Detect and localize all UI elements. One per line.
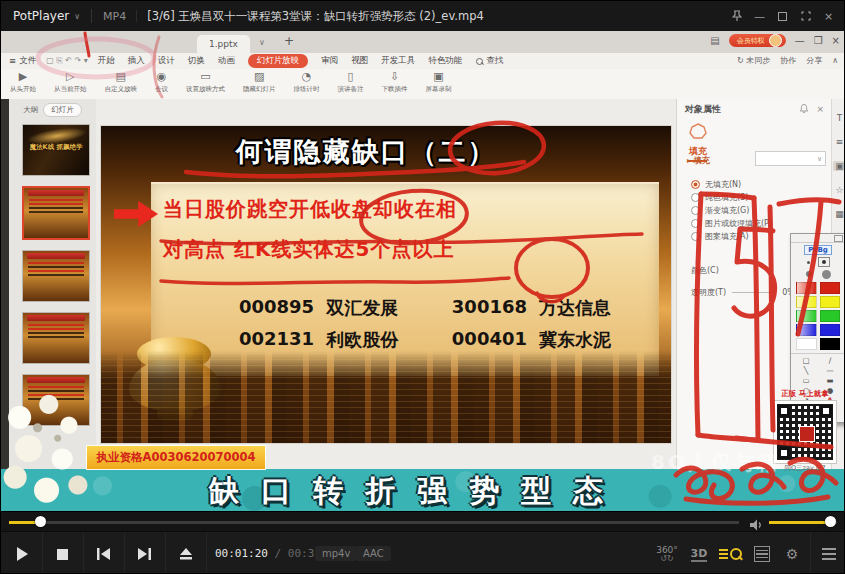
line-tool-icon[interactable]: ╲ <box>796 366 816 375</box>
video-display[interactable]: 1.pptx ∨ + ▤ 会员特权 — ❐ × ≡ 文件 ▢ ⎘ ↶ ↷ ▾ 开… <box>1 31 845 511</box>
main-menu-button[interactable] <box>810 532 845 574</box>
settings-button[interactable]: ⚙ <box>777 532 807 574</box>
layers-icon[interactable]: ▦ <box>835 209 844 219</box>
city-skyline-graphic <box>101 351 671 443</box>
slide-thumbnail-1[interactable]: 1 魔法K线 抓飙绝学 <box>22 124 90 176</box>
fill-option-solid[interactable]: 纯色填充(S) <box>691 192 748 203</box>
shape-options-icon[interactable] <box>689 123 707 139</box>
pen-size-row[interactable] <box>791 256 845 268</box>
next-button[interactable] <box>124 532 166 574</box>
marker-tool-icon[interactable]: ▢ <box>796 356 816 365</box>
tab-chevron-icon[interactable]: ∨ <box>259 38 265 47</box>
tool-meeting[interactable]: ◉会议 <box>146 70 177 94</box>
playlist-button[interactable] <box>747 532 777 574</box>
video-codec-badge: mp4v <box>315 546 357 561</box>
document-tab[interactable]: 1.pptx <box>197 35 250 53</box>
tab-view[interactable]: 视图 <box>351 55 368 67</box>
fill-option-picture[interactable]: 图片或纹理填充(P) <box>691 218 772 229</box>
tool-speaker-notes[interactable]: ▯演讲备注 <box>329 70 373 94</box>
fill-option-none[interactable]: 无填充(N) <box>691 179 741 190</box>
ribbon-collapse-icon[interactable]: ∧ <box>832 56 838 65</box>
control-bar: 00:01:20 / 00:33:36 mp4v AAC 360°↺↻ 3D ⚙ <box>1 531 845 574</box>
tab-home[interactable]: 开始 <box>98 55 115 67</box>
wps-toolbar: ▶从头开始 ▷从当前开始 ▤自定义放映 ◉会议 ▭设置放映方式 ▨隐藏幻灯片 ◔… <box>1 69 845 101</box>
seek-thumb[interactable] <box>35 516 46 527</box>
palette-grip[interactable] <box>791 234 845 243</box>
fullscreen-button[interactable] <box>794 1 817 31</box>
fill-option-pattern[interactable]: 图案填充(A) <box>691 231 749 242</box>
list-tool-icon[interactable]: ≡ <box>836 137 844 147</box>
fill-option-gradient[interactable]: 渐变填充(G) <box>691 205 749 216</box>
tool-download-plugin[interactable]: ⇩下载插件 <box>373 70 417 94</box>
color-blue[interactable] <box>796 324 840 336</box>
fill-preset-dropdown[interactable]: ∨ <box>755 151 826 166</box>
current-slide[interactable]: 何谓隐藏缺口（二） 当日股价跳空开低收盘却收在相 对高点 红K线实体达5个点以上… <box>101 126 671 443</box>
tab-insert[interactable]: 插入 <box>128 55 145 67</box>
color-yellow[interactable] <box>796 296 840 308</box>
previous-button[interactable] <box>83 532 125 574</box>
app-menu-button[interactable]: PotPlayer <box>13 9 69 23</box>
tab-developer[interactable]: 开发工具 <box>381 55 415 67</box>
slides-tab[interactable]: 幻灯片 <box>43 103 82 117</box>
slide-thumbnail-2-selected[interactable]: 2 <box>22 186 90 240</box>
quick-access-icons[interactable]: ▢ ⎘ ↶ ↷ ▾ <box>46 56 88 66</box>
filled-rect-tool-icon[interactable]: ▬ <box>820 376 840 385</box>
color-row[interactable]: 颜色(C) <box>691 265 719 276</box>
view-3d-button[interactable]: 3D <box>685 532 713 574</box>
view-360-button[interactable]: 360°↺↻ <box>651 532 683 574</box>
tool-rehearse[interactable]: ◔排练计时 <box>285 70 329 94</box>
sync-status[interactable]: ↻ 未同步 <box>737 55 770 66</box>
color-black-white[interactable] <box>796 338 840 350</box>
color-green[interactable] <box>796 310 840 322</box>
rect-tool-icon[interactable]: ▭ <box>796 376 816 385</box>
function-search-button-active[interactable] <box>713 532 747 574</box>
play-button[interactable] <box>1 532 43 574</box>
eject-button[interactable] <box>165 532 207 574</box>
pane-close-icon[interactable]: × <box>816 104 824 114</box>
play-from-start-icon: ▶ <box>19 70 27 85</box>
tab-review[interactable]: 审阅 <box>321 55 338 67</box>
close-button[interactable]: × <box>817 1 840 31</box>
tool-hide-slide[interactable]: ▨隐藏幻灯片 <box>234 70 285 94</box>
find-button[interactable]: 查找 <box>476 55 503 67</box>
wps-minimize-icon[interactable]: — <box>795 35 805 46</box>
tool-custom-show[interactable]: ▤自定义放映 <box>96 70 147 94</box>
tab-features[interactable]: 特色功能 <box>428 55 462 67</box>
text-tool-icon[interactable]: T <box>837 113 843 123</box>
properties-tool-icon-selected[interactable]: ▣ <box>833 161 845 171</box>
bell-icon[interactable] <box>800 104 808 115</box>
pin-icon[interactable] <box>725 1 748 31</box>
file-menu[interactable]: ≡ 文件 <box>9 55 36 67</box>
tab-animation[interactable]: 动画 <box>218 55 235 67</box>
transparency-row[interactable]: 透明度(T)0% <box>691 287 795 298</box>
template-icon[interactable]: ▤ <box>710 35 719 46</box>
slide-thumbnail-4[interactable]: 4 <box>22 312 90 364</box>
collaborate-button[interactable]: 协作 <box>780 55 796 66</box>
tab-transition[interactable]: 切换 <box>188 55 205 67</box>
minimize-button[interactable]: — <box>748 1 771 31</box>
volume-thumb[interactable] <box>825 516 836 527</box>
star-icon[interactable]: ☆ <box>835 185 843 195</box>
wps-close-icon[interactable]: × <box>832 35 840 46</box>
maximize-button[interactable] <box>771 1 794 31</box>
stop-button[interactable] <box>42 532 84 574</box>
pencil-tool-icon[interactable]: ∕ <box>820 356 840 365</box>
new-tab-button[interactable]: + <box>284 34 294 48</box>
tool-from-current[interactable]: ▷从当前开始 <box>45 70 96 94</box>
tool-screen-record[interactable]: ▣屏幕录制 <box>417 70 461 94</box>
outline-tab[interactable]: 大纲 <box>23 105 38 115</box>
seek-bar[interactable] <box>9 521 739 524</box>
slide-thumbnail-3[interactable]: 3 <box>22 250 90 302</box>
wps-restore-icon[interactable]: ❐ <box>814 35 823 46</box>
tab-design[interactable]: 设计 <box>158 55 175 67</box>
time-current: 00:01:20 <box>215 547 268 560</box>
tool-from-beginning[interactable]: ▶从头开始 <box>1 70 45 94</box>
vip-badge[interactable]: 会员特权 <box>729 34 786 47</box>
pen-size-row-2[interactable] <box>791 268 845 280</box>
dash-tool-icon[interactable]: — <box>820 366 840 375</box>
tool-setup-show[interactable]: ▭设置放映方式 <box>177 70 234 94</box>
share-button[interactable]: 分享 <box>806 55 822 66</box>
hide-slide-icon: ▨ <box>254 70 264 85</box>
color-red[interactable] <box>796 282 840 294</box>
tab-slideshow[interactable]: 幻灯片放映 <box>248 54 309 68</box>
